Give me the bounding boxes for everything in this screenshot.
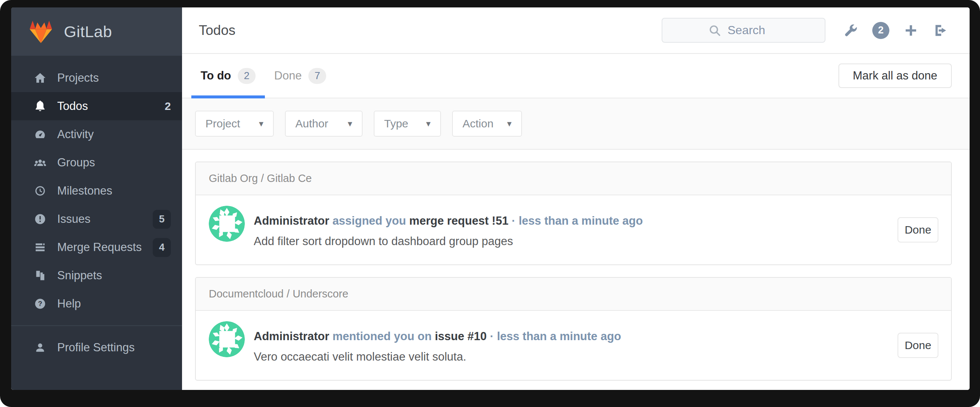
tab-label: To do xyxy=(200,69,231,83)
todo-target-link[interactable]: merge request !51 xyxy=(409,214,509,227)
main-area: Todos 2 xyxy=(182,8,970,390)
sidebar-item-label: Todos xyxy=(57,100,88,113)
done-button[interactable]: Done xyxy=(897,217,939,243)
todo-item: Administrator mentioned you on issue #10… xyxy=(196,311,951,380)
sidebar-logo[interactable]: GitLab xyxy=(11,8,182,56)
merge-requests-count-badge: 4 xyxy=(153,238,171,257)
todo-target-link[interactable]: issue #10 xyxy=(435,330,487,343)
sidebar-item-profile-settings[interactable]: Profile Settings xyxy=(11,334,182,362)
todo-group-panel: Documentcloud / Underscore xyxy=(195,277,952,381)
todo-title: Administrator assigned you merge request… xyxy=(254,213,886,229)
todo-item: Administrator assigned you merge request… xyxy=(196,196,951,264)
tabs-row: To do 2 Done 7 Mark all as done xyxy=(182,54,970,99)
sidebar-item-label: Issues xyxy=(57,212,91,226)
search-icon xyxy=(708,24,722,38)
list-bars-icon xyxy=(33,240,48,255)
sidebar-item-label: Snippets xyxy=(57,269,102,282)
todo-body: Add filter sort dropdown to dashboard gr… xyxy=(254,233,886,249)
caret-down-icon: ▾ xyxy=(426,118,431,129)
todo-body: Vero occaecati velit molestiae velit sol… xyxy=(254,349,886,365)
sidebar-divider xyxy=(11,325,182,326)
sidebar-item-label: Activity xyxy=(57,128,94,141)
caret-down-icon: ▾ xyxy=(507,118,512,129)
sidebar-item-help[interactable]: ? Help xyxy=(11,289,182,318)
user-icon xyxy=(33,340,48,355)
question-circle-icon: ? xyxy=(33,296,48,311)
tab-label: Done xyxy=(274,69,302,83)
home-icon xyxy=(33,70,48,86)
sidebar-item-snippets[interactable]: Snippets xyxy=(11,261,182,289)
sidebar-item-issues[interactable]: Issues 5 xyxy=(11,205,182,233)
bell-icon xyxy=(33,99,48,114)
caret-down-icon: ▾ xyxy=(259,118,263,129)
plus-icon[interactable] xyxy=(903,22,919,39)
todo-action: assigned you xyxy=(332,214,406,227)
done-button[interactable]: Done xyxy=(897,333,939,358)
separator-dot: · xyxy=(490,330,494,343)
project-filter-dropdown[interactable]: Project ▾ xyxy=(195,111,274,137)
project-group-header: Documentcloud / Underscore xyxy=(196,278,951,311)
todo-action: mentioned you on xyxy=(332,330,432,343)
tab-count-badge: 2 xyxy=(238,68,256,84)
type-filter-dropdown[interactable]: Type ▾ xyxy=(374,111,441,137)
header-icons: 2 xyxy=(843,22,949,39)
todos-count-badge: 2 xyxy=(165,100,171,113)
gitlab-tanuki-icon xyxy=(28,20,54,43)
page-header: Todos 2 xyxy=(182,8,970,54)
filter-label: Project xyxy=(205,118,240,130)
gauge-icon xyxy=(33,127,48,142)
separator-dot: · xyxy=(512,214,515,227)
sidebar-item-label: Help xyxy=(57,297,81,310)
todo-author[interactable]: Administrator xyxy=(254,214,329,227)
search-input[interactable] xyxy=(728,24,780,37)
filter-label: Type xyxy=(384,118,408,130)
tab-done[interactable]: Done 7 xyxy=(265,54,336,98)
issues-count-badge: 5 xyxy=(153,210,171,229)
logo-wordmark: GitLab xyxy=(64,23,112,41)
author-filter-dropdown[interactable]: Author ▾ xyxy=(285,111,363,137)
tab-count-badge: 7 xyxy=(308,68,326,84)
sidebar-item-groups[interactable]: Groups xyxy=(11,149,182,177)
sidebar-item-activity[interactable]: Activity xyxy=(11,120,182,149)
todo-text: Administrator assigned you merge request… xyxy=(254,211,886,249)
sidebar-item-label: Milestones xyxy=(57,184,112,197)
project-group-header: Gitlab Org / Gitlab Ce xyxy=(196,162,951,196)
caret-down-icon: ▾ xyxy=(348,118,352,129)
todo-count-badge[interactable]: 2 xyxy=(872,22,889,39)
tab-todo[interactable]: To do 2 xyxy=(191,54,265,98)
todos-list: Gitlab Org / Gitlab Ce xyxy=(182,149,970,390)
filter-bar: Project ▾ Author ▾ Type ▾ Action ▾ xyxy=(182,99,970,149)
sign-out-icon[interactable] xyxy=(932,22,949,39)
todo-timestamp: less than a minute ago xyxy=(519,214,643,227)
sidebar-item-label: Groups xyxy=(57,156,95,169)
sidebar-item-milestones[interactable]: Milestones xyxy=(11,177,182,205)
sidebar-item-projects[interactable]: Projects xyxy=(11,64,182,92)
todo-text: Administrator mentioned you on issue #10… xyxy=(254,326,886,365)
todo-timestamp: less than a minute ago xyxy=(497,330,621,343)
todo-title: Administrator mentioned you on issue #10… xyxy=(254,328,886,345)
sidebar-nav: Projects Todos 2 Activity xyxy=(11,56,182,362)
action-filter-dropdown[interactable]: Action ▾ xyxy=(452,111,522,137)
page-title: Todos xyxy=(199,23,235,38)
clock-icon xyxy=(33,183,48,198)
sidebar-item-label: Merge Requests xyxy=(57,241,142,254)
svg-text:?: ? xyxy=(38,300,42,307)
search-box[interactable] xyxy=(662,18,826,43)
sidebar: GitLab Projects Todos 2 xyxy=(11,8,182,390)
sidebar-item-label: Profile Settings xyxy=(57,341,135,354)
sidebar-item-todos[interactable]: Todos 2 xyxy=(11,92,182,120)
mark-all-as-done-button[interactable]: Mark all as done xyxy=(838,64,952,88)
filter-label: Action xyxy=(463,118,493,130)
admin-wrench-icon[interactable] xyxy=(843,22,859,39)
gitlab-app-window: GitLab Projects Todos 2 xyxy=(11,8,970,390)
screenshot-frame: GitLab Projects Todos 2 xyxy=(0,0,980,407)
avatar xyxy=(209,206,245,242)
todo-author[interactable]: Administrator xyxy=(254,330,329,343)
todo-group-panel: Gitlab Org / Gitlab Ce xyxy=(195,162,952,265)
file-copy-icon xyxy=(33,268,48,283)
users-icon xyxy=(33,155,48,170)
sidebar-item-label: Projects xyxy=(57,71,99,85)
avatar xyxy=(209,321,245,357)
issue-circle-icon xyxy=(33,211,48,227)
sidebar-item-merge-requests[interactable]: Merge Requests 4 xyxy=(11,233,182,261)
